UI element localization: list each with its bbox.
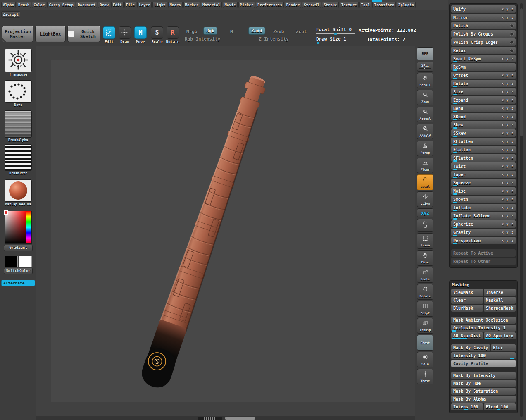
deformation-smooth[interactable]: Smoothx y z <box>451 196 516 203</box>
panel-scrollbar-thumb[interactable] <box>520 8 523 136</box>
deformation-size[interactable]: Sizex y z <box>451 88 516 95</box>
model-3d[interactable] <box>51 60 400 403</box>
shelf-xyz[interactable]: xyz <box>417 208 433 217</box>
menu-item-texture[interactable]: Texture <box>340 2 359 8</box>
deformation-inflate[interactable]: Inflatex y z <box>451 204 516 211</box>
axis-toggles[interactable]: x y z <box>502 173 514 177</box>
axis-toggles[interactable]: x y z <box>502 140 514 143</box>
deformation-polish[interactable]: Polish <box>451 22 516 29</box>
menu-item-preferences[interactable]: Preferences <box>256 2 284 8</box>
zadd-button[interactable]: Zadd <box>248 27 265 35</box>
mrgb-button[interactable]: Mrgb <box>184 28 200 35</box>
gradient-button[interactable]: Gradient <box>4 245 33 251</box>
sculpt-mesh-staff[interactable] <box>138 72 273 391</box>
deformation-sbend[interactable]: SBendx y z <box>451 113 516 120</box>
mode-toggle-dot[interactable] <box>510 24 514 28</box>
spix-slider[interactable] <box>419 68 431 69</box>
shelf-persp[interactable]: Persp <box>417 141 433 156</box>
document-canvas[interactable] <box>51 60 400 402</box>
focal-shift-handle[interactable] <box>334 33 337 35</box>
z-intensity-slider[interactable]: Z Intensity <box>259 36 289 42</box>
projection-master-button[interactable]: Projection Master <box>2 26 33 42</box>
menu-item-material[interactable]: Material <box>201 2 222 8</box>
transpose-tool[interactable]: Transpose <box>0 49 36 77</box>
axis-toggles[interactable]: x y z <box>502 82 514 86</box>
axis-toggles[interactable]: x y z <box>502 231 514 234</box>
shelf-ghost[interactable]: Ghost <box>417 335 433 351</box>
axis-toggles[interactable]: x y z <box>502 181 514 185</box>
masking-maskall[interactable]: MaskAll <box>484 297 516 304</box>
rgb-intensity-track[interactable] <box>185 43 239 43</box>
axis-toggles[interactable]: x y z <box>502 198 514 201</box>
axis-toggles[interactable]: x y z <box>502 7 514 11</box>
menu-item-render[interactable]: Render <box>285 2 302 8</box>
quick-sketch-button[interactable]: Quick Sketch <box>67 26 100 42</box>
deformation-inflate-balloon[interactable]: Inflate Balloonx y z <box>451 212 516 220</box>
deformation-rotate[interactable]: Rotatex y z <box>451 80 516 87</box>
masking-mask-by-cavity[interactable]: Mask By Cavity <box>451 344 490 351</box>
alpha-picker[interactable]: BrushAlpha <box>0 110 36 143</box>
menu-item-corey-setup[interactable]: Corey-Setup <box>47 2 75 8</box>
zcut-button[interactable]: Zcut <box>293 28 309 35</box>
menu-item-light[interactable]: Light <box>152 2 167 8</box>
draw-size-handle[interactable] <box>317 42 319 44</box>
menu-item-zplugin[interactable]: Zplugin <box>397 2 416 8</box>
shelf-scale[interactable]: Scale <box>417 267 433 283</box>
menu-item-file[interactable]: File <box>124 2 137 8</box>
m-button[interactable]: M <box>228 28 236 35</box>
deformation-gravity[interactable]: Gravityx y z <box>451 229 516 236</box>
axis-toggles[interactable]: x y z <box>502 214 514 218</box>
rgb-button[interactable]: Rgb <box>203 27 217 35</box>
transpose-icon[interactable] <box>5 49 32 72</box>
switch-color-widget[interactable]: SwitchColor <box>0 256 36 274</box>
shelf-actual[interactable]: Actual <box>417 107 433 122</box>
deformation-repeat-to-other[interactable]: Repeat To Other <box>451 258 516 265</box>
rgb-intensity-slider[interactable]: Rgb Intensity <box>185 36 220 42</box>
deformation-sskew[interactable]: SSkewx y z <box>451 129 516 137</box>
deformation-skew[interactable]: Skewx y z <box>451 121 516 129</box>
masking-mask-by-saturation[interactable]: Mask By Saturation <box>451 388 516 395</box>
deformation-repeat-to-active[interactable]: Repeat To Active <box>451 249 516 257</box>
deformation-offset[interactable]: Offsetx y z <box>451 72 516 79</box>
main-color-swatch[interactable] <box>5 256 18 267</box>
viewport[interactable] <box>36 46 415 420</box>
rotate-mode-button[interactable]: R Rotate <box>165 26 180 44</box>
draw-size-track[interactable] <box>316 43 355 43</box>
shelf-zoom[interactable]: Zoom <box>417 90 433 105</box>
lightbox-button[interactable]: LightBox <box>35 26 66 42</box>
alternate-button[interactable]: Alternate <box>1 280 35 286</box>
axis-toggles[interactable]: x y z <box>502 189 514 193</box>
shelf-bpr[interactable]: BPR <box>417 47 433 60</box>
switch-color-button[interactable]: SwitchColor <box>4 268 33 274</box>
axis-toggles[interactable]: x y z <box>502 90 514 94</box>
focal-shift-track[interactable] <box>316 33 355 34</box>
move-mode-button[interactable]: M Move <box>133 26 148 44</box>
shelf-aahalf[interactable]: AAHalf <box>417 124 433 139</box>
dots-stroke-icon[interactable] <box>5 80 32 103</box>
shelf-local[interactable]: Local <box>417 174 433 190</box>
shelf-solo[interactable]: Solo <box>417 352 433 368</box>
shelf-floor[interactable]: Floor <box>417 158 433 173</box>
deformation-spherize[interactable]: Spherizex y z <box>451 220 516 228</box>
menu-item-document[interactable]: Document <box>76 2 97 8</box>
masking-ao-scandist[interactable]: AO ScanDist <box>451 332 483 339</box>
masking-mask-by-hue[interactable]: Mask By Hue <box>451 380 516 387</box>
menu-item-picker[interactable]: Picker <box>238 2 255 8</box>
masking-mask-by-alpha[interactable]: Mask By Alpha <box>451 396 516 403</box>
axis-toggles[interactable]: x y z <box>502 222 514 226</box>
masking-blur[interactable]: Blur <box>491 344 516 351</box>
brush-alpha-icon[interactable] <box>5 110 32 138</box>
deformation-squeeze[interactable]: Squeezex y z <box>451 179 516 186</box>
deformation-polish-by-groups[interactable]: Polish By Groups <box>451 30 516 38</box>
menu-item-stencil[interactable]: Stencil <box>302 2 321 8</box>
menu-item-tool[interactable]: Tool <box>359 2 372 8</box>
menu-item-brush[interactable]: Brush <box>17 2 31 8</box>
deformation-polish-crisp-edges[interactable]: Polish Crisp Edges <box>451 38 516 46</box>
mode-toggle-dot[interactable] <box>510 32 514 36</box>
masking-occlusion-intensity-1[interactable]: Occlusion Intensity 1 <box>451 325 516 332</box>
deformation-bend[interactable]: Bendx y z <box>451 105 516 112</box>
focal-shift-slider[interactable]: Focal Shift 0 <box>316 27 352 32</box>
deformation-unify[interactable]: Unifyx y z <box>451 5 516 13</box>
hue-strip[interactable] <box>26 211 31 243</box>
axis-toggles[interactable]: x y z <box>502 239 514 243</box>
